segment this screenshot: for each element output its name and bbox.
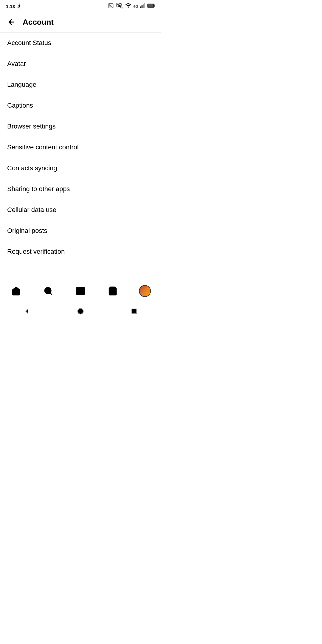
- back-button[interactable]: [6, 17, 17, 27]
- reels-icon: [75, 285, 86, 297]
- nav-reels[interactable]: [71, 284, 90, 298]
- status-icons: N 4G: [108, 3, 155, 10]
- nav-shop[interactable]: [103, 284, 122, 298]
- nav-home[interactable]: [7, 284, 26, 298]
- svg-rect-6: [143, 4, 144, 8]
- svg-rect-5: [142, 5, 143, 8]
- menu-item-cellular-data[interactable]: Cellular data use: [0, 199, 161, 220]
- menu-item-language[interactable]: Language: [0, 74, 161, 95]
- page-header: Account: [0, 12, 161, 32]
- account-menu-list: Account Status Avatar Language Captions …: [0, 32, 161, 280]
- menu-item-account-status[interactable]: Account Status: [0, 32, 161, 53]
- wifi-icon: [125, 3, 131, 9]
- time-display: 1:13: [6, 4, 15, 9]
- 4g-icon: 4G: [133, 4, 138, 9]
- battery-icon: [147, 4, 155, 9]
- bottom-navigation: [0, 280, 161, 302]
- menu-item-original-posts[interactable]: Original posts: [0, 220, 161, 241]
- system-back-button[interactable]: [21, 306, 32, 317]
- nav-profile[interactable]: [135, 284, 154, 298]
- svg-rect-9: [154, 5, 155, 7]
- mute-icon: [116, 3, 123, 10]
- home-icon: [10, 285, 22, 297]
- profile-avatar-icon: [139, 285, 151, 297]
- svg-rect-10: [148, 4, 153, 7]
- menu-item-captions[interactable]: Captions: [0, 95, 161, 116]
- menu-item-request-verification[interactable]: Request verification: [0, 241, 161, 262]
- menu-item-browser-settings[interactable]: Browser settings: [0, 116, 161, 137]
- page-title: Account: [23, 18, 54, 27]
- menu-item-sensitive-content[interactable]: Sensitive content control: [0, 137, 161, 158]
- svg-rect-4: [140, 7, 141, 8]
- shop-icon: [107, 285, 119, 297]
- nfc-icon: N: [108, 3, 114, 10]
- nav-search[interactable]: [39, 284, 58, 298]
- svg-rect-17: [132, 309, 137, 314]
- system-nav-bar: [0, 302, 161, 322]
- system-home-button[interactable]: [75, 306, 86, 317]
- system-recents-button[interactable]: [129, 306, 140, 317]
- status-time: 1:13: [6, 3, 22, 10]
- menu-item-avatar[interactable]: Avatar: [0, 53, 161, 74]
- svg-rect-7: [144, 3, 145, 8]
- menu-item-sharing-apps[interactable]: Sharing to other apps: [0, 179, 161, 199]
- svg-point-16: [78, 309, 83, 314]
- app-icon: [17, 3, 22, 10]
- signal-icon: [140, 3, 145, 9]
- menu-item-contacts-syncing[interactable]: Contacts syncing: [0, 158, 161, 179]
- search-icon: [42, 285, 54, 297]
- status-bar: 1:13 N 4G: [0, 0, 161, 12]
- svg-line-12: [50, 293, 52, 295]
